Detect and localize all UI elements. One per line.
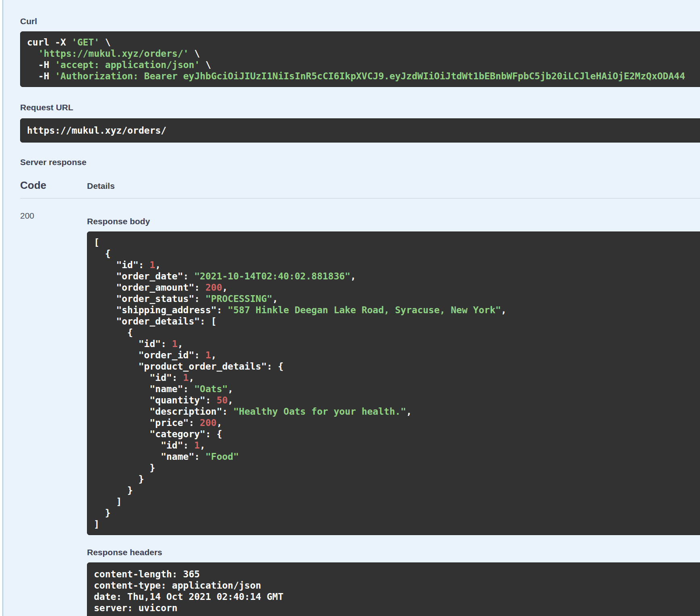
- request-url-label: Request URL: [20, 102, 700, 113]
- response-headers-label: Response headers: [87, 547, 700, 558]
- response-body-label: Response body: [87, 216, 700, 227]
- response-body-json[interactable]: [ { "id": 1, "order_date": "2021-10-14T0…: [87, 232, 700, 535]
- status-code: 200: [20, 198, 87, 221]
- curl-command-block[interactable]: curl -X 'GET' \ 'https://mukul.xyz/order…: [20, 31, 700, 87]
- response-row: 200 Response body [ { "id": 1, "order_da…: [20, 198, 700, 616]
- details-column-header: Details: [87, 179, 115, 191]
- curl-label: Curl: [20, 16, 700, 27]
- request-url-value[interactable]: https://mukul.xyz/orders/: [20, 118, 700, 143]
- response-details-cell: Response body [ { "id": 1, "order_date":…: [87, 198, 700, 616]
- code-column-header: Code: [20, 179, 87, 192]
- server-response-label: Server response: [20, 157, 700, 167]
- responses-table: Code Details 200 Response body [ { "id":…: [20, 179, 700, 616]
- responses-table-header: Code Details: [20, 179, 700, 198]
- server-response-panel: Curl curl -X 'GET' \ 'https://mukul.xyz/…: [2, 0, 700, 616]
- response-headers-text[interactable]: content-length: 365 content-type: applic…: [87, 562, 700, 616]
